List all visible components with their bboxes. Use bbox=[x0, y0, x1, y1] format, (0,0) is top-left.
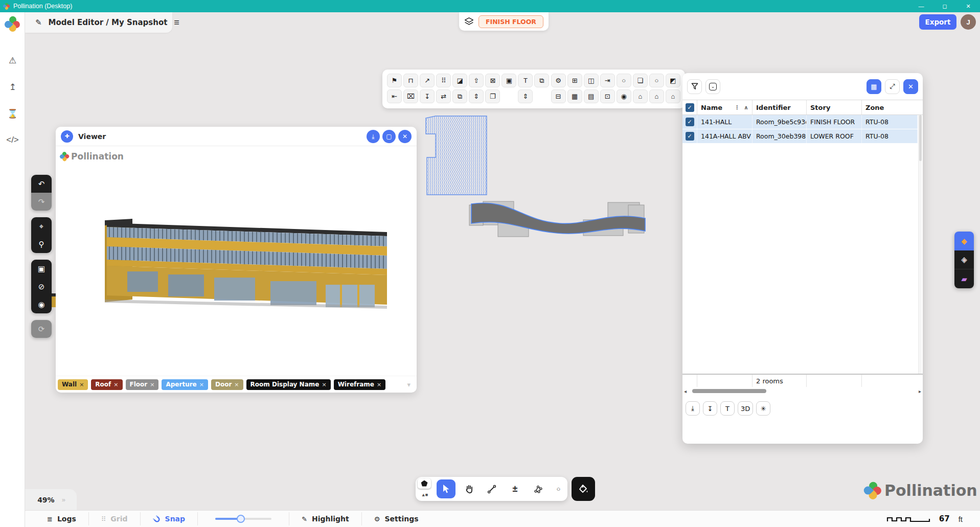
table-horizontal-scrollbar[interactable]: ◂ ▸ bbox=[682, 387, 923, 395]
viewer-screenshot-button[interactable]: ▢ bbox=[382, 130, 396, 143]
maximize-button[interactable]: ◻ bbox=[933, 0, 956, 12]
box-frame-icon[interactable]: ▣ bbox=[502, 74, 516, 87]
delete-box-icon[interactable]: ⌧ bbox=[403, 89, 418, 103]
small-circle-icon[interactable]: ○ bbox=[649, 74, 664, 87]
close-panel-button[interactable]: ✕ bbox=[903, 79, 918, 94]
import-rooms-button[interactable]: ⤓ bbox=[686, 401, 700, 416]
more-vert-icon[interactable]: ⋮ bbox=[734, 104, 740, 111]
viewer-close-button[interactable]: ✕ bbox=[398, 130, 412, 143]
repair-icon[interactable]: ⚙ bbox=[551, 74, 566, 87]
duplicate-icon[interactable]: ⧉ bbox=[452, 89, 467, 103]
filter-tag[interactable]: Roof× bbox=[91, 379, 122, 390]
close-window-button[interactable]: ✕ bbox=[956, 0, 980, 12]
warning-icon[interactable]: ⚠ bbox=[7, 54, 19, 66]
roof-slant-icon[interactable]: ◩ bbox=[666, 74, 680, 87]
remove-tag-icon[interactable]: × bbox=[199, 381, 204, 388]
scroll-right-arrow[interactable]: ▸ bbox=[919, 388, 921, 394]
scrollbar-thumb[interactable] bbox=[692, 389, 766, 393]
text-labels-button[interactable]: T bbox=[720, 401, 735, 416]
model-layer-button[interactable]: ◆ bbox=[954, 232, 974, 250]
house-delete-icon[interactable]: ⌂ bbox=[649, 89, 664, 103]
avatar[interactable]: J bbox=[961, 14, 976, 30]
dot-grid-icon[interactable]: ⠿ bbox=[436, 74, 451, 87]
expand-chevrons-icon[interactable]: » bbox=[62, 496, 64, 503]
remove-tag-icon[interactable]: × bbox=[234, 381, 239, 388]
box-arrow-up-icon[interactable]: ⇧ bbox=[469, 74, 484, 87]
undo-button[interactable]: ↶ bbox=[31, 175, 52, 193]
filter-button[interactable] bbox=[687, 79, 702, 94]
remove-tag-icon[interactable]: × bbox=[79, 381, 84, 388]
filter-tag[interactable]: Wall× bbox=[58, 379, 88, 390]
code-icon[interactable]: </> bbox=[7, 134, 19, 146]
isolate-selection-button[interactable]: ▣ bbox=[31, 260, 52, 278]
polygon-tool-button[interactable] bbox=[529, 479, 548, 498]
scrollbar-thumb[interactable] bbox=[919, 115, 922, 161]
snap-distance-slider[interactable] bbox=[215, 518, 271, 520]
select-visible-button[interactable]: ⌄ bbox=[705, 79, 720, 94]
hvac-button[interactable]: ✳ bbox=[756, 401, 770, 416]
split-box-icon[interactable]: ⊟ bbox=[551, 89, 566, 103]
align-vertical-icon[interactable]: ⇕ bbox=[518, 89, 533, 103]
filter-tag[interactable]: Door× bbox=[211, 379, 243, 390]
annotation-flag-icon[interactable]: ⚑ bbox=[387, 74, 402, 87]
snap-toggle[interactable]: Snap bbox=[141, 514, 198, 524]
table-row[interactable]: ✓ 141A-HALL ABV Room_30eb3986-0 LOWER RO… bbox=[682, 129, 923, 144]
column-header-story[interactable]: Story bbox=[807, 100, 862, 114]
remove-tag-icon[interactable]: × bbox=[322, 381, 326, 388]
redo-button[interactable]: ↷ bbox=[31, 193, 52, 211]
table-row[interactable]: ✓ 141-HALL Room_9be5c93c-e FINISH FLOOR … bbox=[682, 115, 923, 129]
building-model[interactable] bbox=[56, 146, 417, 375]
reorder-boxes-icon[interactable]: ⇄ bbox=[436, 89, 451, 103]
view-3d-button[interactable]: 3D bbox=[738, 401, 753, 416]
show-button[interactable]: ◉ bbox=[31, 295, 52, 313]
viewer-canvas[interactable]: Pollination ▱▭ bbox=[56, 146, 417, 375]
row-checkbox[interactable]: ✓ bbox=[686, 132, 694, 141]
line-tool-button[interactable] bbox=[483, 479, 502, 498]
table-vertical-scrollbar[interactable] bbox=[918, 115, 922, 374]
column-header-name[interactable]: Name ⋮∧ bbox=[697, 100, 753, 114]
offset-tool-button[interactable]: ± bbox=[506, 479, 525, 498]
settings-button[interactable]: ⚙ Settings bbox=[362, 514, 431, 524]
selected-roof-band[interactable] bbox=[471, 203, 645, 234]
filter-tag[interactable]: Room Display Name× bbox=[246, 379, 331, 390]
viewer-download-button[interactable]: ⤓ bbox=[367, 130, 380, 143]
pan-tool-button[interactable] bbox=[460, 479, 478, 498]
row-checkbox[interactable]: ✓ bbox=[686, 118, 694, 126]
box-cross-icon[interactable]: ⊠ bbox=[485, 74, 500, 87]
arrow-up-right-icon[interactable]: ↗ bbox=[420, 74, 435, 87]
remove-tag-icon[interactable]: × bbox=[377, 381, 381, 388]
remove-tag-icon[interactable]: × bbox=[150, 381, 154, 388]
zoom-extents-button[interactable]: ⌖ bbox=[31, 217, 52, 235]
remove-tag-icon[interactable]: × bbox=[113, 381, 118, 388]
crop-frame-icon[interactable]: ⊞ bbox=[567, 74, 582, 87]
hatched-room-shape[interactable] bbox=[426, 116, 487, 195]
copy-icon[interactable]: ⧉ bbox=[534, 74, 549, 87]
filter-tag[interactable]: Wireframe× bbox=[334, 379, 386, 390]
slider-thumb[interactable] bbox=[237, 515, 245, 523]
drop-point-icon[interactable]: ↧ bbox=[420, 89, 435, 103]
chevron-down-icon[interactable]: ▾ bbox=[407, 381, 415, 388]
small-circle-icon[interactable]: ○ bbox=[617, 74, 631, 87]
merge-shapes-icon[interactable]: ❐ bbox=[485, 89, 500, 103]
highlight-toggle[interactable]: ✎ Highlight bbox=[289, 514, 361, 524]
grid-toggle[interactable]: ⠿ Grid bbox=[89, 514, 140, 524]
zoom-window-button[interactable]: ⚲ bbox=[31, 235, 52, 253]
bracket-arrow-icon[interactable]: ⇤ bbox=[387, 89, 402, 103]
plans-layer-button[interactable]: ▰ bbox=[954, 269, 974, 288]
export-button[interactable]: Export bbox=[919, 14, 956, 30]
circle-tool-button[interactable]: ○ bbox=[552, 479, 565, 498]
image-arrow-icon[interactable]: ◪ bbox=[452, 74, 467, 87]
collapse-horizontal-icon[interactable]: ⇥ bbox=[600, 74, 615, 87]
filter-tag[interactable]: Floor× bbox=[126, 379, 159, 390]
roof-stack-icon[interactable]: ❏ bbox=[633, 74, 648, 87]
room-mode-button[interactable] bbox=[418, 478, 431, 489]
refresh-button[interactable]: ⟳ bbox=[31, 320, 52, 338]
select-all-checkbox[interactable]: ✓ bbox=[686, 103, 694, 112]
column-header-identifier[interactable]: Identifier bbox=[753, 100, 807, 114]
publish-icon[interactable]: ↥ bbox=[7, 81, 19, 93]
sort-asc-icon[interactable]: ∧ bbox=[744, 104, 748, 111]
export-rooms-button[interactable]: ↧ bbox=[703, 401, 717, 416]
eye-icon[interactable]: ◉ bbox=[617, 89, 631, 103]
hamburger-menu-icon[interactable]: ≡ bbox=[174, 17, 179, 28]
table-strike-icon[interactable]: ▤ bbox=[584, 89, 599, 103]
